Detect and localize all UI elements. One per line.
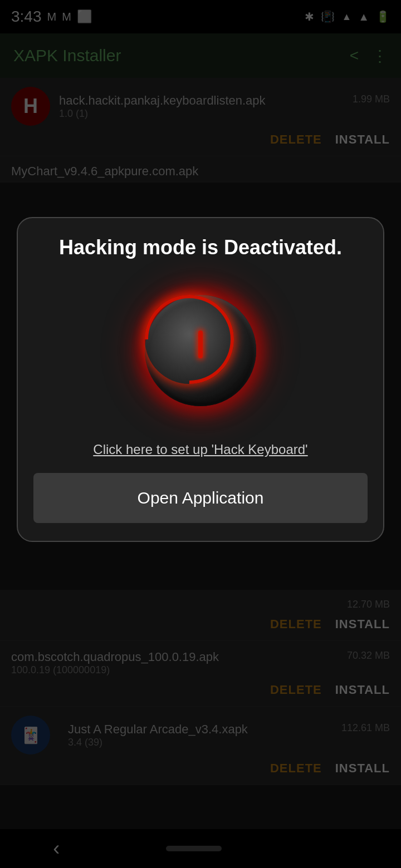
power-button-visual xyxy=(123,273,278,428)
open-application-button[interactable]: Open Application xyxy=(33,473,368,523)
modal-title: Hacking mode is Deactivated. xyxy=(59,236,342,259)
power-line xyxy=(198,331,203,358)
power-button-bg xyxy=(145,295,256,406)
setup-link[interactable]: Click here to set up 'Hack Keyboard' xyxy=(93,442,307,457)
modal-dialog: Hacking mode is Deactivated. Click here … xyxy=(17,217,384,542)
